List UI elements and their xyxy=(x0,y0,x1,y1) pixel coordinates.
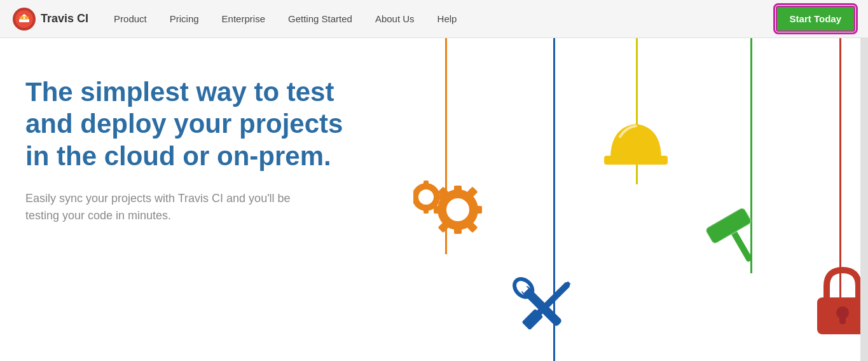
svg-rect-27 xyxy=(565,282,571,288)
svg-rect-15 xyxy=(438,222,449,233)
svg-rect-19 xyxy=(424,208,429,214)
svg-rect-18 xyxy=(424,180,429,186)
blue-line xyxy=(553,38,555,361)
hero-subtitle: Easily sync your projects with Travis CI… xyxy=(25,190,305,224)
hero-section: The simplest way to test and deploy your… xyxy=(0,38,868,361)
logo-icon xyxy=(13,8,36,31)
svg-rect-10 xyxy=(474,206,482,214)
nav-item-about-us[interactable]: About Us xyxy=(365,0,425,38)
logo-area[interactable]: Travis CI xyxy=(13,8,88,31)
svg-rect-28 xyxy=(604,156,668,165)
svg-rect-29 xyxy=(727,224,753,262)
orange-line xyxy=(445,38,447,254)
green-line xyxy=(750,38,752,273)
svg-point-17 xyxy=(418,189,434,205)
svg-rect-2 xyxy=(19,19,29,22)
svg-rect-20 xyxy=(437,194,443,200)
gears-icon xyxy=(413,178,496,244)
start-today-button[interactable]: Start Today xyxy=(776,6,855,32)
svg-rect-30 xyxy=(705,207,752,245)
nav-item-enterprise[interactable]: Enterprise xyxy=(212,0,275,38)
svg-point-7 xyxy=(446,198,469,221)
helmet-icon xyxy=(598,108,674,180)
svg-rect-8 xyxy=(454,186,462,193)
nav-item-pricing[interactable]: Pricing xyxy=(160,0,209,38)
svg-point-23 xyxy=(511,275,536,301)
svg-rect-9 xyxy=(454,226,462,234)
hammer-icon xyxy=(699,203,776,269)
nav-item-getting-started[interactable]: Getting Started xyxy=(278,0,362,38)
svg-rect-14 xyxy=(467,222,478,233)
svg-point-16 xyxy=(413,183,440,211)
svg-point-33 xyxy=(836,306,849,319)
svg-rect-12 xyxy=(467,187,478,198)
svg-rect-31 xyxy=(705,207,752,245)
hero-text: The simplest way to test and deploy your… xyxy=(25,76,356,224)
logo-text: Travis CI xyxy=(41,12,88,25)
svg-rect-11 xyxy=(434,206,441,214)
nav-item-help[interactable]: Help xyxy=(427,0,467,38)
svg-point-6 xyxy=(437,189,478,230)
hero-title: The simplest way to test and deploy your… xyxy=(25,76,356,172)
decorative-container xyxy=(318,38,855,361)
scrollbar[interactable] xyxy=(860,0,868,361)
red-line xyxy=(839,38,841,324)
navbar: Travis CI Product Pricing Enterprise Get… xyxy=(0,0,868,38)
svg-rect-34 xyxy=(839,313,846,324)
tools-icon xyxy=(509,267,579,352)
yellow-line xyxy=(636,38,638,184)
svg-rect-22 xyxy=(520,285,562,327)
svg-rect-24 xyxy=(518,283,528,293)
svg-rect-26 xyxy=(521,309,543,330)
nav-item-product[interactable]: Product xyxy=(104,0,157,38)
svg-rect-25 xyxy=(532,282,570,320)
svg-rect-13 xyxy=(438,187,449,198)
svg-rect-21 xyxy=(413,194,415,200)
nav-links: Product Pricing Enterprise Getting Start… xyxy=(104,0,776,38)
